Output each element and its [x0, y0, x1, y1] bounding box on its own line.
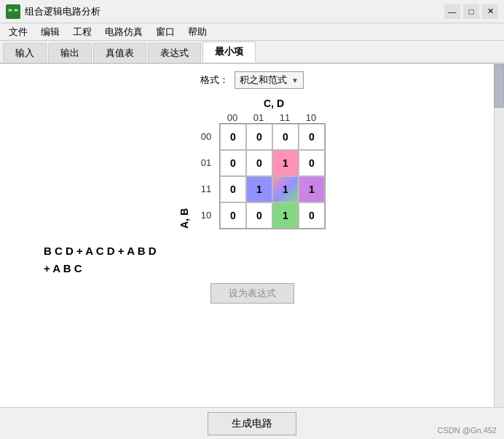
bottom-bar: 生成电路: [0, 407, 504, 439]
svg-rect-1: [14, 9, 18, 12]
scrollbar-thumb[interactable]: [494, 64, 504, 108]
kmap-col-header-00: 00: [219, 112, 245, 123]
set-expr-btn-container: 设为表达式: [15, 283, 489, 304]
generate-circuit-button[interactable]: 生成电路: [208, 412, 296, 435]
kmap-row-header-01: 01: [193, 149, 219, 175]
tab-output[interactable]: 输出: [48, 43, 92, 63]
kmap-cell-1-0: 0: [220, 150, 246, 176]
kmap-grid: 0 0 0 0 0 0 1 0 0 1 1 1: [219, 123, 326, 229]
kmap-cell-0-2: 0: [272, 124, 299, 150]
kmap-cell-0-0: 0: [220, 124, 246, 150]
kmap-body: 00 01 11 10 0 0 0 0 0 0 1: [193, 123, 326, 229]
kmap-row-header-10: 10: [193, 202, 219, 228]
kmap-col-header-01: 01: [245, 112, 272, 123]
menu-help[interactable]: 帮助: [182, 24, 213, 40]
set-expression-button[interactable]: 设为表达式: [210, 283, 294, 304]
app-icon: [6, 4, 20, 19]
kmap-cell-2-2: 1: [272, 176, 299, 202]
kmap-col-headers: 00 01 11 10: [219, 112, 326, 123]
maximize-button[interactable]: □: [463, 4, 479, 19]
kmap-cell-1-2: 1: [272, 150, 299, 176]
menu-project[interactable]: 工程: [67, 24, 98, 40]
kmap-cell-3-0: 0: [220, 202, 246, 229]
kmap-row-headers: 00 01 11 10: [193, 123, 219, 229]
menu-bar: 文件 编辑 工程 电路仿真 窗口 帮助: [0, 23, 504, 41]
kmap-container: C, D A, B 00 01 11 10 00 01 11 10: [15, 98, 489, 229]
menu-edit[interactable]: 编辑: [35, 24, 66, 40]
tab-input[interactable]: 输入: [3, 43, 47, 63]
window-controls: — □ ✕: [444, 4, 498, 19]
kmap-right: 00 01 11 10 00 01 11 10 0 0: [193, 112, 326, 229]
kmap-cell-2-3: 1: [299, 176, 325, 202]
kmap-table-wrapper: A, B 00 01 11 10 00 01 11 10: [178, 112, 326, 229]
kmap-cell-3-3: 0: [299, 202, 325, 229]
format-select[interactable]: 积之和范式 ▼: [235, 71, 304, 89]
expression-line1: B C D + A C D + A B D: [44, 242, 489, 260]
kmap-col-header-11: 11: [272, 112, 298, 123]
kmap-cell-2-0: 0: [220, 176, 246, 202]
kmap-cell-1-1: 0: [246, 150, 272, 176]
kmap-cell-3-2: 1: [272, 202, 299, 229]
expression-area: B C D + A C D + A B D + A B C: [44, 242, 489, 277]
format-value: 积之和范式: [240, 74, 287, 87]
tab-minterm[interactable]: 最小项: [202, 41, 256, 63]
kmap-cell-2-1: 1: [246, 176, 272, 202]
svg-rect-0: [8, 9, 12, 12]
main-content: 格式： 积之和范式 ▼ C, D A, B 00 01 11 10 00: [0, 64, 504, 407]
tab-expression[interactable]: 表达式: [148, 43, 201, 63]
format-row: 格式： 积之和范式 ▼: [15, 71, 489, 89]
window-title: 组合逻辑电路分析: [25, 5, 444, 18]
menu-file[interactable]: 文件: [3, 24, 34, 40]
watermark: CSDN @Gn.452: [438, 426, 497, 435]
kmap-row-header-11: 11: [193, 175, 219, 202]
kmap-cell-0-3: 0: [299, 124, 325, 150]
kmap-ab-label: A, B: [178, 112, 190, 229]
format-dropdown-arrow: ▼: [291, 76, 299, 84]
kmap-cd-label: C, D: [264, 98, 284, 109]
kmap-cell-0-1: 0: [246, 124, 272, 150]
close-button[interactable]: ✕: [482, 4, 498, 19]
kmap-col-header-10: 10: [298, 112, 324, 123]
menu-window[interactable]: 窗口: [150, 24, 181, 40]
kmap-cell-1-3: 0: [299, 150, 325, 176]
title-bar: 组合逻辑电路分析 — □ ✕: [0, 0, 504, 23]
kmap-row-header-00: 00: [193, 123, 219, 149]
menu-simulation[interactable]: 电路仿真: [99, 24, 149, 40]
expression-line2: + A B C: [44, 260, 489, 277]
tab-truth-table[interactable]: 真值表: [93, 43, 146, 63]
minimize-button[interactable]: —: [444, 4, 460, 19]
kmap-cell-3-1: 0: [246, 202, 272, 229]
tabs-bar: 输入 输出 真值表 表达式 最小项: [0, 41, 504, 64]
format-label: 格式：: [200, 74, 229, 87]
scrollbar-track: [494, 64, 504, 407]
